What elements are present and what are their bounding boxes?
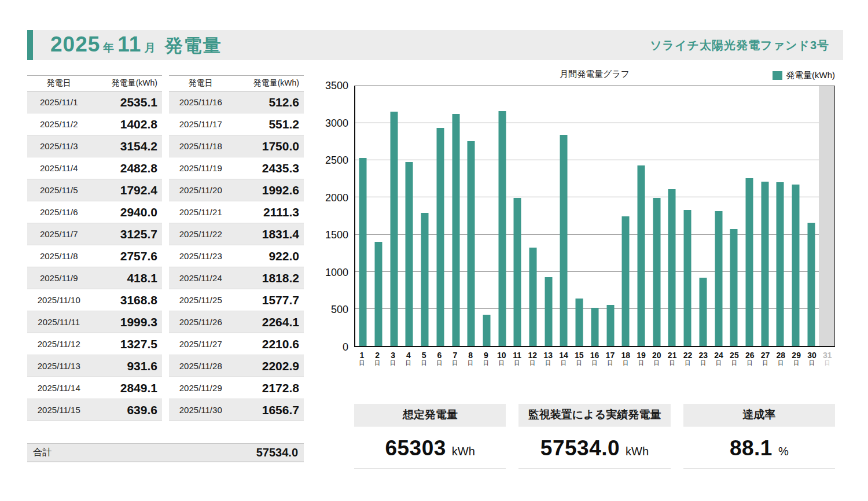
y-tick-label: 2500 bbox=[325, 154, 348, 167]
table-row: 2025/11/212111.3 bbox=[169, 201, 304, 223]
x-tick-label: 5日 bbox=[416, 351, 432, 367]
bar-column bbox=[417, 86, 433, 346]
generation-date: 2025/11/3 bbox=[27, 141, 91, 151]
x-tick-label: 16日 bbox=[587, 351, 602, 367]
generation-date: 2025/11/22 bbox=[169, 229, 233, 239]
fund-name: ソライチ太陽光発電ファンド3号 bbox=[650, 38, 829, 53]
bar-column bbox=[587, 86, 603, 346]
day-unit: 日 bbox=[649, 360, 664, 367]
bars bbox=[355, 86, 834, 346]
bar-column bbox=[695, 86, 711, 346]
stat-label: 想定発電量 bbox=[354, 404, 506, 426]
day-number: 5 bbox=[416, 351, 432, 360]
generation-value: 2757.6 bbox=[91, 249, 163, 263]
bar bbox=[514, 198, 521, 346]
x-tick-label: 19日 bbox=[634, 351, 649, 367]
bar bbox=[560, 135, 568, 346]
x-tick-label: 31日 bbox=[819, 351, 835, 367]
bar bbox=[715, 211, 722, 346]
generation-value: 1999.3 bbox=[91, 315, 163, 329]
day-number: 10 bbox=[494, 351, 509, 360]
date-column-header: 発電日 bbox=[169, 78, 233, 89]
table-row: 2025/11/13931.6 bbox=[27, 355, 162, 377]
total-row: 合計 57534.0 bbox=[27, 443, 304, 462]
day-unit: 日 bbox=[370, 360, 385, 367]
table-row: 2025/11/73125.7 bbox=[27, 223, 162, 245]
table-row: 2025/11/121327.5 bbox=[27, 333, 162, 355]
y-tick-label: 3500 bbox=[325, 80, 348, 92]
generation-date: 2025/11/24 bbox=[169, 273, 233, 283]
bar bbox=[406, 162, 413, 347]
generation-value: 3168.8 bbox=[91, 293, 163, 307]
generation-date: 2025/11/25 bbox=[169, 295, 233, 305]
bar-column bbox=[448, 86, 464, 346]
bar-column bbox=[479, 86, 495, 346]
day-unit: 日 bbox=[432, 360, 447, 367]
generation-value: 1792.4 bbox=[91, 183, 163, 197]
table-header-row: 発電日 発電量(kWh) bbox=[27, 75, 162, 91]
day-unit: 日 bbox=[479, 360, 494, 367]
stat-label: 監視装置による実績発電量 bbox=[518, 404, 670, 426]
table-row: 2025/11/221831.4 bbox=[169, 223, 304, 245]
day-number: 8 bbox=[463, 351, 479, 360]
stat-unit: kWh bbox=[626, 445, 649, 458]
bar-column bbox=[680, 86, 696, 346]
total-value: 57534.0 bbox=[256, 446, 298, 459]
day-number: 17 bbox=[602, 351, 618, 360]
bar bbox=[452, 114, 459, 346]
bar-column bbox=[371, 86, 387, 346]
stat-value-row: 88.1 % bbox=[683, 426, 835, 469]
generation-value: 2849.1 bbox=[91, 381, 163, 395]
x-tick-label: 23日 bbox=[696, 351, 711, 367]
table-row: 2025/11/241818.2 bbox=[169, 267, 304, 289]
generation-date: 2025/11/4 bbox=[27, 163, 91, 173]
table-row: 2025/11/142849.1 bbox=[27, 377, 162, 399]
table-row: 2025/11/251577.7 bbox=[169, 289, 304, 311]
day-unit: 日 bbox=[664, 360, 680, 367]
title-year: 2025 bbox=[50, 32, 100, 57]
table-header-row: 発電日 発電量(kWh) bbox=[169, 75, 304, 91]
x-tick-label: 4日 bbox=[400, 351, 416, 367]
day-unit: 日 bbox=[525, 360, 540, 367]
y-axis-labels: 0500100015002000250030003500 bbox=[289, 86, 348, 347]
bar bbox=[622, 216, 630, 347]
y-tick-label: 0 bbox=[343, 341, 348, 353]
day-number: 6 bbox=[432, 351, 447, 360]
bar bbox=[436, 128, 444, 346]
table-row: 2025/11/292172.8 bbox=[169, 377, 304, 399]
table-row: 2025/11/51792.4 bbox=[27, 179, 162, 201]
generation-value: 2172.8 bbox=[233, 381, 304, 395]
summary-stats: 想定発電量 65303 kWh 監視装置による実績発電量 57534.0 kWh… bbox=[354, 404, 835, 469]
y-tick-label: 1500 bbox=[325, 229, 348, 241]
x-tick-label: 2日 bbox=[370, 351, 385, 367]
bar bbox=[807, 223, 815, 346]
daily-table-second-half: 発電日 発電量(kWh) 2025/11/16512.62025/11/1755… bbox=[169, 75, 304, 421]
day-unit: 日 bbox=[400, 360, 416, 367]
bar bbox=[421, 213, 429, 346]
page-header: 2025 年 11 月 発電量 ソライチ太陽光発電ファンド3号 bbox=[27, 30, 843, 60]
generation-date: 2025/11/15 bbox=[27, 405, 91, 415]
x-tick-label: 1日 bbox=[354, 351, 370, 367]
x-tick-label: 20日 bbox=[649, 351, 664, 367]
stat-actual-generation: 監視装置による実績発電量 57534.0 kWh bbox=[518, 404, 670, 469]
day-unit: 日 bbox=[742, 360, 757, 367]
x-tick-label: 10日 bbox=[494, 351, 509, 367]
title-label: 発電量 bbox=[164, 34, 222, 58]
stat-value: 65303 bbox=[385, 436, 446, 461]
table-row: 2025/11/272210.6 bbox=[169, 333, 304, 355]
generation-date: 2025/11/7 bbox=[27, 229, 91, 239]
generation-value: 639.6 bbox=[91, 403, 163, 417]
day-number: 9 bbox=[479, 351, 494, 360]
table-row: 2025/11/301656.7 bbox=[169, 399, 304, 421]
bar-column bbox=[803, 86, 819, 346]
bar-column bbox=[742, 86, 757, 346]
report-page: 2025 年 11 月 発電量 ソライチ太陽光発電ファンド3号 発電日 発電量(… bbox=[0, 0, 868, 501]
x-tick-label: 17日 bbox=[602, 351, 618, 367]
day-unit: 日 bbox=[354, 360, 370, 367]
day-unit: 日 bbox=[540, 360, 556, 367]
day-number: 30 bbox=[804, 351, 820, 360]
generation-date: 2025/11/6 bbox=[27, 207, 91, 217]
bar-column bbox=[494, 86, 510, 346]
generation-date: 2025/11/29 bbox=[169, 383, 233, 393]
day-number: 27 bbox=[757, 351, 773, 360]
